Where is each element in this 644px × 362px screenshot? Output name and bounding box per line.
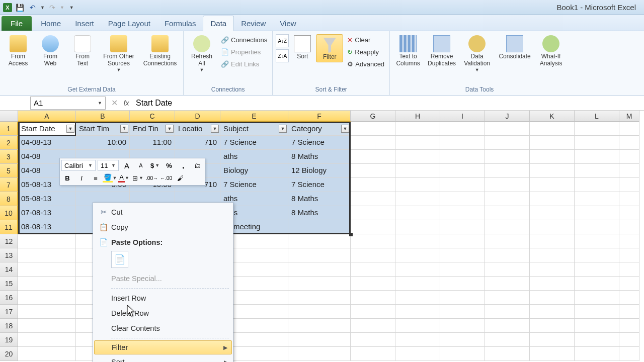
cell[interactable] (485, 122, 530, 136)
cell[interactable] (351, 206, 395, 220)
cell[interactable] (395, 333, 440, 347)
cell[interactable] (440, 192, 485, 206)
column-header-H[interactable]: H (395, 111, 440, 122)
currency-button[interactable]: $▼ (149, 160, 161, 171)
filter-dropdown-button[interactable]: ▼ (279, 125, 287, 133)
cell[interactable] (395, 262, 440, 277)
cell[interactable] (288, 333, 351, 347)
row-header-1[interactable]: 1 (0, 122, 18, 136)
paste-default-button[interactable]: 📄 (111, 251, 128, 268)
cell[interactable] (395, 136, 440, 150)
cell[interactable] (351, 122, 395, 136)
cell[interactable] (530, 178, 575, 192)
ctx-cut[interactable]: ✂Cut (94, 205, 232, 220)
cell[interactable] (619, 150, 639, 164)
cell[interactable] (395, 150, 440, 164)
what-if-button[interactable]: What-If Analysis (536, 34, 566, 68)
consolidate-button[interactable]: Consolidate (496, 34, 534, 61)
ctx-clear-contents[interactable]: Clear Contents (94, 321, 232, 336)
cell[interactable]: 10:00 (76, 136, 130, 150)
cell[interactable] (575, 248, 619, 262)
cell[interactable] (530, 150, 575, 164)
ctx-copy[interactable]: 📋Copy (94, 220, 232, 235)
cell[interactable] (485, 164, 530, 178)
cell[interactable] (485, 262, 530, 277)
cell[interactable] (440, 277, 485, 291)
cell[interactable] (575, 136, 619, 150)
cell[interactable] (440, 319, 485, 333)
cell[interactable] (619, 347, 639, 361)
select-all-corner[interactable] (0, 111, 18, 122)
cell[interactable]: 04-08-13 (18, 136, 76, 150)
filter-dropdown-button[interactable]: ▼ (341, 125, 349, 133)
cell[interactable] (530, 333, 575, 347)
cell[interactable] (619, 136, 639, 150)
comma-button[interactable]: , (177, 160, 189, 171)
cell[interactable] (619, 122, 639, 136)
cell[interactable] (440, 305, 485, 319)
data-validation-button[interactable]: Data Validation▼ (460, 34, 494, 73)
cell[interactable] (575, 122, 619, 136)
increase-decimal-button[interactable]: .00→ (146, 172, 158, 184)
cell[interactable] (619, 333, 639, 347)
cell[interactable] (351, 291, 395, 305)
cell[interactable] (619, 277, 639, 291)
cell[interactable] (351, 347, 395, 361)
cell[interactable] (440, 291, 485, 305)
cell[interactable] (18, 347, 76, 361)
cell[interactable] (485, 305, 530, 319)
cell[interactable]: 05-08-13 (18, 192, 76, 206)
cell[interactable] (395, 178, 440, 192)
format-painter-button[interactable]: 🖌 (174, 172, 186, 184)
column-header-K[interactable]: K (530, 111, 575, 122)
cell[interactable]: aths (220, 150, 288, 164)
cell[interactable] (619, 262, 639, 277)
sort-za-button[interactable]: Z↓A (276, 49, 289, 62)
redo-dropdown[interactable]: ▼ (60, 5, 64, 10)
cell[interactable]: 08-08-13 (18, 220, 76, 234)
cell[interactable] (485, 333, 530, 347)
from-web-button[interactable]: From Web (35, 34, 65, 68)
row-header-12[interactable]: 12 (0, 234, 18, 248)
header-cell[interactable]: Subject▼ (220, 122, 288, 136)
column-header-A[interactable]: A (18, 111, 76, 122)
row-header-8[interactable]: 8 (0, 192, 18, 206)
cell[interactable] (485, 206, 530, 220)
cell[interactable] (440, 136, 485, 150)
decrease-decimal-button[interactable]: ←.00 (160, 172, 172, 184)
cell[interactable]: 8 Maths (288, 206, 351, 220)
cell[interactable] (18, 262, 76, 277)
header-cell[interactable]: End Tin▼ (130, 122, 175, 136)
ctx-delete-row[interactable]: Delete Row (94, 306, 232, 321)
cell[interactable] (288, 319, 351, 333)
cell[interactable] (351, 319, 395, 333)
cell[interactable] (575, 291, 619, 305)
tab-formulas[interactable]: Formulas (157, 16, 203, 31)
increase-font-button[interactable]: A (121, 160, 133, 171)
decrease-font-button[interactable]: A (135, 160, 147, 171)
cell[interactable] (395, 164, 440, 178)
cell[interactable] (619, 206, 639, 220)
cell[interactable] (440, 333, 485, 347)
row-header-13[interactable]: 13 (0, 248, 18, 262)
cell[interactable] (288, 248, 351, 262)
cell[interactable] (530, 234, 575, 248)
column-header-M[interactable]: M (619, 111, 639, 122)
undo-button[interactable]: ↶ (27, 2, 38, 13)
font-family-select[interactable]: Calibri▼ (61, 160, 96, 171)
cell[interactable] (440, 234, 485, 248)
cell[interactable] (530, 122, 575, 136)
cell[interactable] (485, 220, 530, 234)
cell[interactable] (530, 319, 575, 333)
header-cell[interactable]: Start Date▼ (18, 122, 76, 136)
cell[interactable] (395, 248, 440, 262)
cell[interactable] (530, 262, 575, 277)
cell[interactable] (619, 291, 639, 305)
cell[interactable] (619, 164, 639, 178)
cell[interactable] (18, 319, 76, 333)
ctx-filter[interactable]: Filter▶ (94, 340, 232, 354)
row-header-19[interactable]: 19 (0, 333, 18, 347)
cell[interactable] (619, 234, 639, 248)
cell[interactable] (395, 234, 440, 248)
cell[interactable] (351, 178, 395, 192)
